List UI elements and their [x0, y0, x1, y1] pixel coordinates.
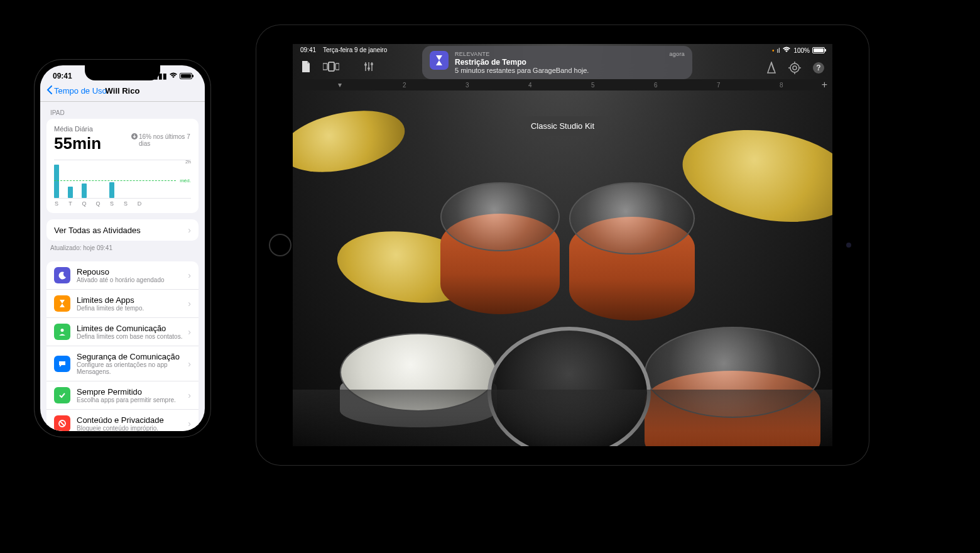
nosign-icon	[54, 415, 70, 431]
page-title: Will Rico	[106, 86, 140, 96]
tom-1[interactable]	[440, 182, 560, 314]
chevron-right-icon: ›	[188, 419, 191, 429]
usage-chart[interactable]: 2h méd.	[54, 160, 191, 199]
metronome-icon[interactable]	[766, 62, 777, 77]
svg-point-12	[371, 63, 373, 65]
updated-text: Atualizado: hoje 09:41	[40, 241, 205, 255]
camera	[846, 243, 851, 248]
svg-point-14	[790, 63, 799, 72]
row-conteudo-privacidade[interactable]: Conteúdo e PrivacidadeBloqueie conteúdo …	[46, 410, 199, 431]
average-line	[54, 180, 176, 181]
moon-icon	[54, 267, 70, 283]
chevron-right-icon: ›	[188, 225, 191, 235]
notch	[85, 65, 160, 80]
chevron-right-icon: ›	[188, 390, 191, 400]
person-icon	[54, 324, 70, 340]
iphone-screen: 09:41 ▮▮▮▮ Tempo de Uso Will Rico IPAD M…	[40, 65, 205, 431]
status-time: 09:41	[300, 47, 316, 53]
svg-point-1	[61, 329, 64, 332]
svg-point-15	[793, 66, 797, 70]
battery-icon	[812, 47, 825, 53]
hourglass-icon	[430, 51, 449, 70]
drum-kit	[293, 94, 832, 446]
section-header: IPAD	[40, 102, 205, 119]
battery-icon	[180, 73, 192, 79]
trend-text: 16% nos últimos 7 dias	[131, 133, 191, 147]
activities-list: Ver Todas as Atividades ›	[46, 219, 199, 241]
chart-bar	[109, 182, 114, 198]
ipad-screen: 09:41 Terça-feira 9 de janeiro •ıl 100%	[293, 44, 832, 446]
iphone-device: 09:41 ▮▮▮▮ Tempo de Uso Will Rico IPAD M…	[35, 60, 210, 437]
right-toolbar: ?	[766, 62, 825, 77]
gear-icon[interactable]	[788, 62, 801, 77]
back-button[interactable]: Tempo de Uso	[46, 85, 107, 96]
battery-pct: 100%	[793, 47, 810, 54]
average-label: Média Diária	[54, 125, 191, 133]
row-limites-apps[interactable]: Limites de AppsDefina limites de tempo. …	[46, 290, 199, 318]
mixer-icon[interactable]	[363, 61, 374, 75]
ride-cymbal[interactable]	[675, 118, 832, 234]
browser-icon[interactable]	[323, 62, 339, 75]
chart-x-labels: STQQSSD	[54, 200, 191, 207]
svg-rect-5	[329, 62, 334, 71]
wifi-icon	[782, 47, 791, 54]
cellular-icon: ıl	[776, 47, 780, 54]
help-icon[interactable]: ?	[812, 62, 825, 77]
svg-text:?: ?	[816, 63, 820, 72]
ipad-device: 09:41 Terça-feira 9 de janeiro •ıl 100%	[256, 25, 869, 465]
svg-point-10	[364, 63, 367, 66]
notif-body: 5 minutos restantes para GarageBand hoje…	[455, 67, 685, 74]
row-sempre-permitido[interactable]: Sempre PermitidoEscolha apps para permit…	[46, 381, 199, 410]
notif-app-label: RELEVANTE	[455, 51, 490, 57]
svg-rect-6	[335, 63, 339, 70]
notif-title: Restrição de Tempo	[455, 58, 685, 67]
chart-bar	[68, 187, 73, 198]
home-button[interactable]	[269, 234, 291, 256]
file-icon[interactable]	[300, 60, 312, 76]
hi-hat-cymbal[interactable]	[293, 101, 410, 182]
svg-point-11	[368, 67, 370, 70]
nav-bar: Tempo de Uso Will Rico	[40, 80, 205, 102]
kit-name: Classic Studio Kit	[531, 121, 594, 131]
row-repouso[interactable]: RepousoAtivado até o horário agendado ›	[46, 261, 199, 290]
back-label: Tempo de Uso	[54, 86, 107, 96]
timeline-ruler[interactable]: ▾ 2 3 4 5 6 7 8 +	[293, 79, 832, 90]
chevron-right-icon: ›	[188, 298, 191, 309]
wifi-icon	[169, 72, 178, 80]
status-time: 09:41	[53, 72, 72, 80]
chevron-right-icon: ›	[188, 359, 191, 369]
bubble-icon	[54, 356, 70, 372]
cellular-icon: •	[772, 47, 775, 54]
add-track-icon[interactable]: +	[822, 79, 827, 90]
svg-line-3	[60, 422, 65, 426]
screen-time-notification[interactable]: RELEVANTE agora Restrição de Tempo 5 min…	[422, 46, 692, 79]
notif-time: agora	[669, 51, 685, 57]
row-limites-comunicacao[interactable]: Limites de ComunicaçãoDefina limites com…	[46, 318, 199, 346]
chevron-right-icon: ›	[188, 327, 191, 337]
see-all-label: Ver Todas as Atividades	[54, 226, 188, 235]
usage-card: Média Diária 55min 16% nos últimos 7 dia…	[46, 119, 199, 213]
chevron-left-icon	[46, 85, 53, 96]
see-all-row[interactable]: Ver Todas as Atividades ›	[46, 219, 199, 241]
check-icon	[54, 387, 70, 403]
chevron-right-icon: ›	[188, 270, 191, 280]
tom-2[interactable]	[569, 182, 695, 320]
arrow-down-icon	[131, 133, 138, 141]
playhead-icon[interactable]: ▾	[338, 80, 342, 89]
svg-rect-4	[323, 63, 327, 70]
kit-selector[interactable]: Classic Studio Kit	[517, 116, 608, 136]
status-date: Terça-feira 9 de janeiro	[323, 47, 387, 53]
chart-bar	[54, 165, 59, 198]
chart-y-top: 2h	[185, 159, 191, 165]
chart-y-avg: méd.	[180, 178, 191, 183]
hourglass-icon	[54, 295, 70, 312]
settings-list: RepousoAtivado até o horário agendado › …	[46, 261, 199, 431]
row-seguranca[interactable]: Segurança de ComunicaçãoConfigure as ori…	[46, 346, 199, 381]
chart-bar	[82, 183, 87, 198]
floor-reflection	[293, 390, 832, 446]
